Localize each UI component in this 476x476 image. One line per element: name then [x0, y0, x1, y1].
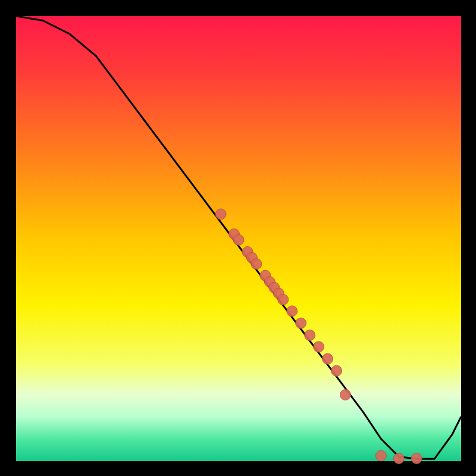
data-point	[278, 295, 289, 305]
data-point	[305, 330, 315, 340]
bottleneck-chart	[0, 0, 476, 476]
data-point	[322, 353, 333, 364]
data-point	[393, 453, 404, 464]
data-point	[287, 306, 298, 317]
data-point	[411, 453, 422, 464]
chart-container: TheBottlenecker.com	[0, 0, 476, 476]
data-point	[215, 209, 226, 220]
data-point	[296, 318, 306, 328]
data-point	[251, 259, 262, 270]
data-point	[314, 342, 324, 352]
data-point	[340, 390, 351, 400]
data-point	[375, 450, 386, 461]
data-point	[331, 365, 342, 376]
data-point	[233, 234, 244, 245]
